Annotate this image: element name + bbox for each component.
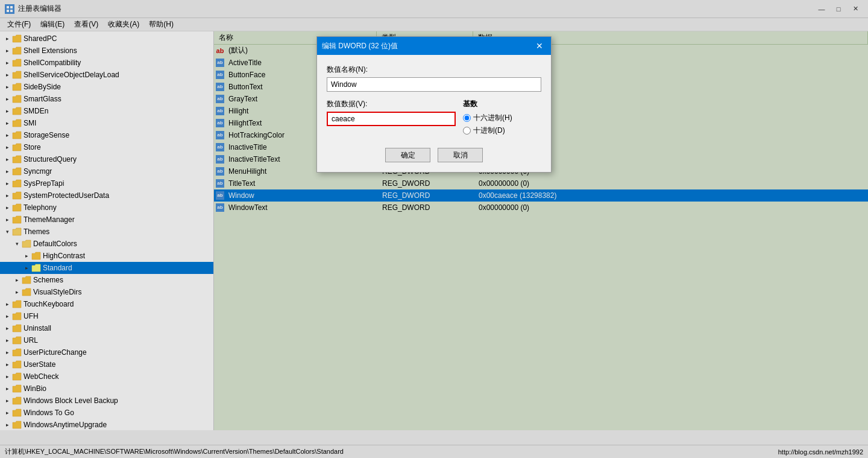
- modal-data-section: 数值数据(V):: [327, 99, 456, 138]
- modal-close-button[interactable]: ✕: [533, 39, 546, 52]
- ok-button[interactable]: 确定: [385, 148, 430, 162]
- cancel-button[interactable]: 取消: [438, 148, 483, 162]
- name-input[interactable]: [327, 77, 541, 92]
- dec-radio-label[interactable]: 十进制(D): [473, 126, 505, 136]
- dec-radio-row: 十进制(D): [463, 126, 541, 136]
- dec-radio[interactable]: [463, 127, 471, 135]
- modal-body: 数值名称(N): 数值数据(V): 基数 十六进制(H) 十进制(D): [317, 55, 551, 172]
- name-label: 数值名称(N):: [327, 65, 541, 75]
- modal-title-bar: 编辑 DWORD (32 位)值 ✕: [317, 37, 551, 55]
- edit-dword-dialog: 编辑 DWORD (32 位)值 ✕ 数值名称(N): 数值数据(V): 基数 …: [316, 36, 552, 173]
- modal-base-section: 基数 十六进制(H) 十进制(D): [463, 99, 541, 138]
- modal-title: 编辑 DWORD (32 位)值: [322, 41, 398, 51]
- base-label: 基数: [463, 99, 541, 109]
- modal-overlay: 编辑 DWORD (32 位)值 ✕ 数值名称(N): 数值数据(V): 基数 …: [0, 0, 868, 458]
- modal-data-row: 数值数据(V): 基数 十六进制(H) 十进制(D): [327, 99, 541, 138]
- hex-radio-row: 十六进制(H): [463, 113, 541, 123]
- hex-radio-label[interactable]: 十六进制(H): [473, 113, 512, 123]
- data-input[interactable]: [327, 112, 456, 126]
- data-label: 数值数据(V):: [327, 99, 456, 109]
- hex-radio[interactable]: [463, 114, 471, 122]
- modal-buttons: 确定 取消: [327, 148, 541, 162]
